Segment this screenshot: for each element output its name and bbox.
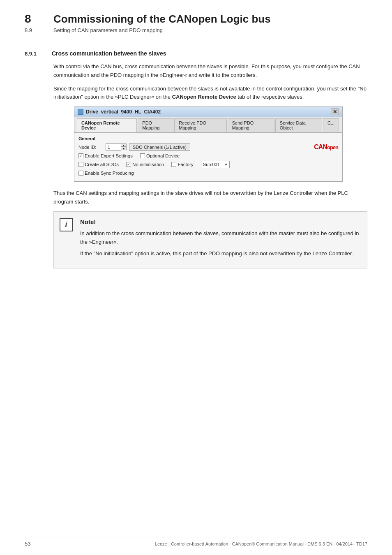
dialog-app-icon: [78, 109, 83, 115]
sync-producing-row: Enable Sync Producing: [78, 171, 338, 176]
tab-send-pdo-mapping[interactable]: Send PDO Mapping: [228, 118, 274, 132]
sub-select[interactable]: Sub:001 ▼: [201, 161, 230, 168]
note-icon-column: i: [54, 212, 78, 268]
tab-receive-pdo-mapping[interactable]: Receive PDO Mapping: [174, 118, 226, 132]
note-paragraph-1: In addition to the cross communication b…: [80, 229, 360, 247]
footer: 53 Lenze · Controller-based Automation ·…: [25, 537, 367, 547]
note-icon-char: i: [65, 220, 67, 229]
create-all-sdos-checkbox-item: Create all SDOs: [78, 162, 119, 167]
note-paragraph-2: If the "No initialisation" option is act…: [80, 250, 360, 258]
spinner-up[interactable]: ▲: [121, 143, 127, 147]
enable-sync-checkbox[interactable]: [78, 171, 83, 176]
no-init-label: No initialisation: [132, 162, 164, 167]
paragraph-2-bold: CANopen Remote Device: [172, 94, 236, 100]
subsection-number: 8.9.1: [25, 51, 45, 57]
sdo-channels-button[interactable]: SDO Channels (1/1 active): [129, 143, 190, 151]
node-id-row: Node ID: 1 ▲ ▼ SDO Channels (1/1 active)…: [78, 143, 338, 151]
optional-device-checkbox[interactable]: [140, 153, 145, 158]
node-id-input[interactable]: 1: [106, 143, 121, 151]
no-init-checkbox-item: No initialisation: [126, 162, 164, 167]
enable-sync-checkbox-item: Enable Sync Producing: [78, 171, 134, 176]
subsection-title: Cross communication between the slaves: [52, 50, 166, 57]
note-box: i Note! In addition to the cross communi…: [53, 211, 367, 268]
dialog-title: Drive_vertical_9400_HL_CIA402: [86, 109, 328, 115]
canopen-logo: CANopen: [314, 143, 338, 151]
factory-checkbox[interactable]: [171, 162, 176, 167]
dialog-close-button[interactable]: ✕: [331, 109, 339, 115]
node-id-label: Node ID:: [78, 145, 103, 150]
footer-text: Lenze · Controller-based Automation · CA…: [155, 541, 367, 546]
expert-settings-row: Enable Expert Settings Optional Device: [78, 153, 338, 158]
enable-sync-label: Enable Sync Producing: [85, 171, 134, 176]
optional-device-checkbox-item: Optional Device: [140, 153, 180, 158]
dialog-tabs: CANopen Remote Device PDO Mapping Receiv…: [74, 117, 342, 133]
sub-select-value: Sub:001: [203, 162, 220, 167]
spinner-down[interactable]: ▼: [121, 147, 127, 150]
chapter-number: 8: [25, 12, 41, 25]
create-sdos-row: Create all SDOs No initialisation Factor…: [78, 161, 338, 168]
create-all-sdos-label: Create all SDOs: [85, 162, 119, 167]
dialog-body: General Node ID: 1 ▲ ▼ SDO Channels (1/1…: [74, 133, 342, 181]
general-label: General: [78, 136, 338, 141]
factory-label: Factory: [178, 162, 193, 167]
no-init-checkbox[interactable]: [126, 162, 131, 167]
page-number: 53: [25, 541, 30, 547]
node-id-spinner[interactable]: ▲ ▼: [121, 143, 127, 151]
section-divider: [25, 41, 367, 41]
dialog-widget: Drive_vertical_9400_HL_CIA402 ✕ CANopen …: [74, 106, 343, 182]
enable-expert-checkbox-item: Enable Expert Settings: [78, 153, 133, 158]
tab-more[interactable]: C...: [323, 118, 339, 132]
node-id-value: 1: [108, 145, 110, 150]
create-all-sdos-checkbox[interactable]: [78, 162, 83, 167]
paragraph-1: With control via the CAN bus, cross comm…: [53, 62, 367, 80]
dialog-titlebar: Drive_vertical_9400_HL_CIA402 ✕: [74, 107, 342, 117]
note-content: Note! In addition to the cross communica…: [78, 212, 367, 268]
optional-device-label: Optional Device: [146, 153, 180, 158]
note-title: Note!: [80, 218, 360, 225]
chapter-title: Commissioning of the CANopen Logic bus: [53, 13, 271, 25]
paragraph-3: Thus the CAN settings and mapping settin…: [53, 189, 367, 206]
tab-pdo-mapping[interactable]: PDO Mapping: [138, 118, 173, 132]
section-subtitle: Setting of CAN parameters and PDO mappin…: [53, 27, 163, 33]
enable-expert-checkbox[interactable]: [78, 153, 83, 158]
paragraph-2: Since the mapping for the cross communic…: [53, 85, 367, 102]
sub-select-arrow: ▼: [224, 163, 228, 166]
factory-checkbox-item: Factory: [171, 162, 193, 167]
tab-canopen-remote-device[interactable]: CANopen Remote Device: [77, 118, 137, 132]
enable-expert-label: Enable Expert Settings: [85, 153, 133, 158]
section-number: 8.9: [25, 27, 53, 33]
note-icon: i: [60, 218, 73, 231]
tab-service-data-object[interactable]: Service Data Object: [275, 118, 322, 132]
